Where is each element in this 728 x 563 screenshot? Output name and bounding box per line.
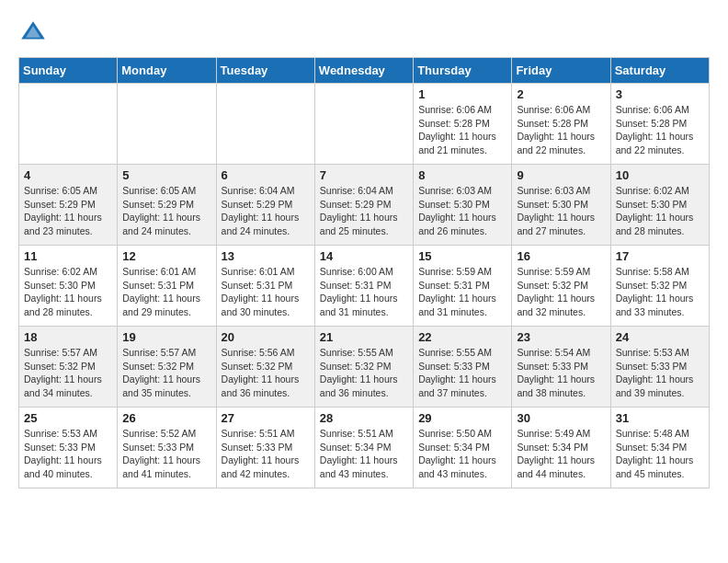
calendar-cell: 17Sunrise: 5:58 AM Sunset: 5:32 PM Dayli… bbox=[610, 246, 709, 327]
calendar-cell: 16Sunrise: 5:59 AM Sunset: 5:32 PM Dayli… bbox=[512, 246, 610, 327]
calendar-cell: 3Sunrise: 6:06 AM Sunset: 5:28 PM Daylig… bbox=[610, 84, 709, 165]
calendar-cell: 26Sunrise: 5:52 AM Sunset: 5:33 PM Dayli… bbox=[118, 408, 216, 488]
calendar-cell: 11Sunrise: 6:02 AM Sunset: 5:30 PM Dayli… bbox=[19, 246, 118, 327]
day-info: Sunrise: 5:50 AM Sunset: 5:34 PM Dayligh… bbox=[418, 427, 506, 481]
day-info: Sunrise: 6:02 AM Sunset: 5:30 PM Dayligh… bbox=[24, 265, 112, 319]
day-number: 21 bbox=[320, 330, 408, 344]
day-info: Sunrise: 5:57 AM Sunset: 5:32 PM Dayligh… bbox=[24, 346, 112, 400]
day-info: Sunrise: 5:59 AM Sunset: 5:32 PM Dayligh… bbox=[517, 265, 605, 319]
day-number: 1 bbox=[418, 87, 506, 101]
page-header bbox=[18, 18, 710, 48]
calendar-cell bbox=[216, 84, 314, 165]
day-number: 15 bbox=[418, 249, 506, 263]
day-number: 28 bbox=[320, 411, 408, 425]
weekday-header-wednesday: Wednesday bbox=[314, 58, 413, 84]
day-info: Sunrise: 6:04 AM Sunset: 5:29 PM Dayligh… bbox=[320, 184, 408, 238]
calendar-cell: 4Sunrise: 6:05 AM Sunset: 5:29 PM Daylig… bbox=[19, 165, 118, 246]
day-number: 3 bbox=[616, 87, 704, 101]
day-info: Sunrise: 5:49 AM Sunset: 5:34 PM Dayligh… bbox=[517, 427, 605, 481]
calendar-body: 1Sunrise: 6:06 AM Sunset: 5:28 PM Daylig… bbox=[19, 84, 710, 488]
day-number: 27 bbox=[222, 411, 310, 425]
day-info: Sunrise: 5:53 AM Sunset: 5:33 PM Dayligh… bbox=[616, 346, 704, 400]
day-number: 8 bbox=[418, 168, 506, 182]
day-number: 17 bbox=[616, 249, 704, 263]
day-number: 7 bbox=[320, 168, 408, 182]
calendar-cell: 21Sunrise: 5:55 AM Sunset: 5:32 PM Dayli… bbox=[314, 327, 413, 408]
day-number: 31 bbox=[616, 411, 704, 425]
day-info: Sunrise: 6:01 AM Sunset: 5:31 PM Dayligh… bbox=[222, 265, 310, 319]
day-number: 30 bbox=[517, 411, 605, 425]
day-number: 26 bbox=[122, 411, 210, 425]
day-info: Sunrise: 5:56 AM Sunset: 5:32 PM Dayligh… bbox=[222, 346, 310, 400]
calendar-header: SundayMondayTuesdayWednesdayThursdayFrid… bbox=[19, 58, 710, 84]
weekday-header-tuesday: Tuesday bbox=[216, 58, 314, 84]
day-info: Sunrise: 6:04 AM Sunset: 5:29 PM Dayligh… bbox=[222, 184, 310, 238]
day-info: Sunrise: 5:57 AM Sunset: 5:32 PM Dayligh… bbox=[122, 346, 210, 400]
day-number: 6 bbox=[222, 168, 310, 182]
day-info: Sunrise: 6:06 AM Sunset: 5:28 PM Dayligh… bbox=[517, 103, 605, 157]
calendar-cell: 23Sunrise: 5:54 AM Sunset: 5:33 PM Dayli… bbox=[512, 327, 610, 408]
calendar-week-row: 1Sunrise: 6:06 AM Sunset: 5:28 PM Daylig… bbox=[19, 84, 710, 165]
calendar-cell bbox=[118, 84, 216, 165]
day-info: Sunrise: 6:06 AM Sunset: 5:28 PM Dayligh… bbox=[418, 103, 506, 157]
day-info: Sunrise: 5:51 AM Sunset: 5:33 PM Dayligh… bbox=[222, 427, 310, 481]
weekday-header-monday: Monday bbox=[118, 58, 216, 84]
weekday-header-saturday: Saturday bbox=[610, 58, 709, 84]
calendar-cell: 13Sunrise: 6:01 AM Sunset: 5:31 PM Dayli… bbox=[216, 246, 314, 327]
calendar-week-row: 11Sunrise: 6:02 AM Sunset: 5:30 PM Dayli… bbox=[19, 246, 710, 327]
day-info: Sunrise: 6:05 AM Sunset: 5:29 PM Dayligh… bbox=[24, 184, 112, 238]
day-number: 16 bbox=[517, 249, 605, 263]
weekday-header-row: SundayMondayTuesdayWednesdayThursdayFrid… bbox=[19, 58, 710, 84]
day-info: Sunrise: 6:02 AM Sunset: 5:30 PM Dayligh… bbox=[616, 184, 704, 238]
calendar-week-row: 4Sunrise: 6:05 AM Sunset: 5:29 PM Daylig… bbox=[19, 165, 710, 246]
calendar-cell: 25Sunrise: 5:53 AM Sunset: 5:33 PM Dayli… bbox=[19, 408, 118, 488]
day-number: 14 bbox=[320, 249, 408, 263]
day-number: 25 bbox=[24, 411, 112, 425]
calendar-cell bbox=[19, 84, 118, 165]
day-number: 20 bbox=[222, 330, 310, 344]
calendar-week-row: 18Sunrise: 5:57 AM Sunset: 5:32 PM Dayli… bbox=[19, 327, 710, 408]
day-info: Sunrise: 5:52 AM Sunset: 5:33 PM Dayligh… bbox=[122, 427, 210, 481]
calendar-cell: 29Sunrise: 5:50 AM Sunset: 5:34 PM Dayli… bbox=[414, 408, 512, 488]
calendar-cell: 14Sunrise: 6:00 AM Sunset: 5:31 PM Dayli… bbox=[314, 246, 413, 327]
logo bbox=[18, 18, 51, 48]
calendar-cell: 19Sunrise: 5:57 AM Sunset: 5:32 PM Dayli… bbox=[118, 327, 216, 408]
day-info: Sunrise: 5:59 AM Sunset: 5:31 PM Dayligh… bbox=[418, 265, 506, 319]
calendar-cell: 2Sunrise: 6:06 AM Sunset: 5:28 PM Daylig… bbox=[512, 84, 610, 165]
day-info: Sunrise: 5:54 AM Sunset: 5:33 PM Dayligh… bbox=[517, 346, 605, 400]
day-number: 2 bbox=[517, 87, 605, 101]
day-info: Sunrise: 5:58 AM Sunset: 5:32 PM Dayligh… bbox=[616, 265, 704, 319]
calendar-cell: 24Sunrise: 5:53 AM Sunset: 5:33 PM Dayli… bbox=[610, 327, 709, 408]
calendar-week-row: 25Sunrise: 5:53 AM Sunset: 5:33 PM Dayli… bbox=[19, 408, 710, 488]
calendar-cell: 20Sunrise: 5:56 AM Sunset: 5:32 PM Dayli… bbox=[216, 327, 314, 408]
day-number: 22 bbox=[418, 330, 506, 344]
calendar-cell: 18Sunrise: 5:57 AM Sunset: 5:32 PM Dayli… bbox=[19, 327, 118, 408]
calendar-cell: 22Sunrise: 5:55 AM Sunset: 5:33 PM Dayli… bbox=[414, 327, 512, 408]
calendar-cell: 30Sunrise: 5:49 AM Sunset: 5:34 PM Dayli… bbox=[512, 408, 610, 488]
day-info: Sunrise: 6:05 AM Sunset: 5:29 PM Dayligh… bbox=[122, 184, 210, 238]
calendar-cell: 1Sunrise: 6:06 AM Sunset: 5:28 PM Daylig… bbox=[414, 84, 512, 165]
calendar-cell: 7Sunrise: 6:04 AM Sunset: 5:29 PM Daylig… bbox=[314, 165, 413, 246]
calendar-cell: 5Sunrise: 6:05 AM Sunset: 5:29 PM Daylig… bbox=[118, 165, 216, 246]
calendar-cell: 15Sunrise: 5:59 AM Sunset: 5:31 PM Dayli… bbox=[414, 246, 512, 327]
day-number: 29 bbox=[418, 411, 506, 425]
day-number: 4 bbox=[24, 168, 112, 182]
day-info: Sunrise: 6:03 AM Sunset: 5:30 PM Dayligh… bbox=[517, 184, 605, 238]
calendar-cell: 28Sunrise: 5:51 AM Sunset: 5:34 PM Dayli… bbox=[314, 408, 413, 488]
day-number: 23 bbox=[517, 330, 605, 344]
day-number: 18 bbox=[24, 330, 112, 344]
weekday-header-friday: Friday bbox=[512, 58, 610, 84]
weekday-header-sunday: Sunday bbox=[19, 58, 118, 84]
day-number: 13 bbox=[222, 249, 310, 263]
calendar-cell: 9Sunrise: 6:03 AM Sunset: 5:30 PM Daylig… bbox=[512, 165, 610, 246]
day-info: Sunrise: 6:00 AM Sunset: 5:31 PM Dayligh… bbox=[320, 265, 408, 319]
calendar-cell bbox=[314, 84, 413, 165]
calendar-cell: 10Sunrise: 6:02 AM Sunset: 5:30 PM Dayli… bbox=[610, 165, 709, 246]
weekday-header-thursday: Thursday bbox=[414, 58, 512, 84]
day-number: 5 bbox=[122, 168, 210, 182]
logo-icon bbox=[18, 18, 48, 48]
day-number: 11 bbox=[24, 249, 112, 263]
day-info: Sunrise: 6:03 AM Sunset: 5:30 PM Dayligh… bbox=[418, 184, 506, 238]
day-info: Sunrise: 6:01 AM Sunset: 5:31 PM Dayligh… bbox=[122, 265, 210, 319]
day-number: 9 bbox=[517, 168, 605, 182]
